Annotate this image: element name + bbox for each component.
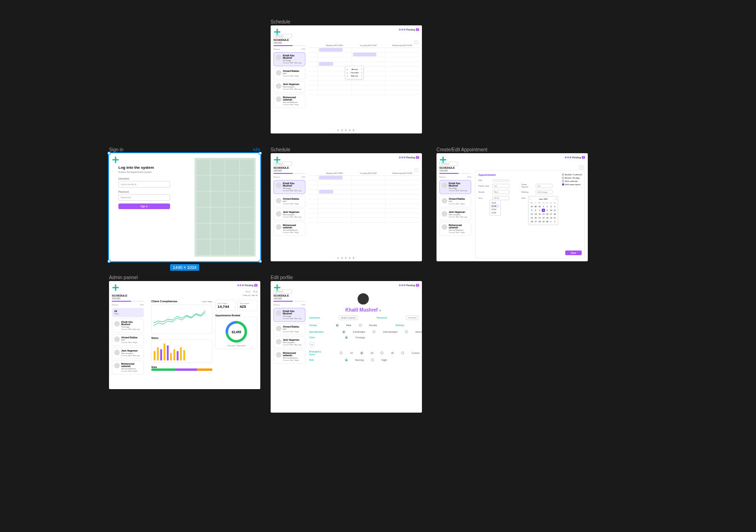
signin-illustration <box>195 158 256 257</box>
doctor-card[interactable]: Jack HagemanNeurosurgeonCurrent Shift: M… <box>112 347 144 359</box>
date-range-badge[interactable]: □ <box>579 165 584 170</box>
add-clinic-button[interactable]: + <box>309 342 315 347</box>
calendar-grid[interactable]: Monday 04/17/2006Tuesday 04/17/2007Wedne… <box>308 44 419 125</box>
pending-badge[interactable]: Pending0 <box>399 28 419 31</box>
pending-badge[interactable]: Pending0 <box>399 284 419 287</box>
doctor-card[interactable]: Mohammad salamehGeneral MedicineCurrent … <box>112 360 144 375</box>
date-picker[interactable]: ‹June 2023› MoTuWeThFrSaSu29303112345678… <box>528 196 558 225</box>
username-label: Username <box>118 177 170 180</box>
signin-title: Log into the system <box>118 165 170 170</box>
selection-dimensions: 1440 × 1024 <box>170 264 199 271</box>
pending-badge[interactable]: Pending0 <box>399 156 419 159</box>
doctor-card[interactable]: Mohammad salamehGeneral MedicineCurrent … <box>273 222 305 236</box>
password-input[interactable]: Password <box>118 194 170 201</box>
doctor-card[interactable]: Ahmed BaldasENTCurrent Shift: Night <box>439 196 471 207</box>
frame-label: Admin pannel <box>109 275 138 280</box>
signin-subtitle: Access the Appointment system <box>118 171 170 173</box>
schedule-frame-2: Pending0 Q Default SCHEDULE 140/300 Doct… <box>271 153 422 261</box>
schedule-frame-1: Pending0 Q Default SCHEDULE 140/300 Doct… <box>271 25 422 133</box>
signin-frame: Log into the system Access the Appointme… <box>109 153 260 261</box>
phone-input[interactable]: text <box>536 184 553 188</box>
frame-label: Edit porfile <box>271 275 293 280</box>
birthday-input[interactable]: dd/mm/yyyy <box>536 190 553 194</box>
compliance-chart <box>151 305 212 334</box>
spec-radio[interactable] <box>373 330 375 333</box>
create-appointment-frame: Pending0 Q Default SCHEDULE 140/300 Doct… <box>436 153 588 261</box>
calendar-icon-button[interactable] <box>414 40 418 44</box>
schedule-progress <box>273 45 305 46</box>
doctor-card[interactable]: Khalil Abu MushrefOncologyCurrent Shift:… <box>273 180 305 194</box>
time-dropdown[interactable]: 11:12 11:13 11:14 11:15 <box>490 200 501 216</box>
all-filter[interactable]: AllClinic <box>112 308 144 317</box>
doctor-card[interactable]: Khalil Abu MushrefOncologyCurrent Shift:… <box>273 308 305 322</box>
username-input[interactable]: khalil.mushref <box>339 315 358 320</box>
admin-panel-frame: Pending0 SCHEDULE 140/300 Doctors47% All… <box>109 281 260 389</box>
edit-name-icon[interactable]: ✎ <box>379 309 381 312</box>
doctor-card[interactable]: Khalil Abu MushrefOncologyCurrent Shift:… <box>112 319 144 333</box>
shift-radio[interactable] <box>345 359 348 361</box>
edit-profile-frame: Pending0 Q Default SCHEDULE 140/300 Doct… <box>271 281 422 413</box>
doctor-card[interactable]: Khalil Abu MushrefOncologyCurrent Shift:… <box>439 180 471 194</box>
gender-female-radio[interactable] <box>359 324 362 327</box>
doctor-card[interactable]: Jack HagemanNeurosurgeonCurrent Shift: M… <box>273 81 305 93</box>
calendar-grid[interactable]: Monday 04/17/2006Tuesday 04/17/2007Wedne… <box>308 172 419 253</box>
gender-select[interactable]: Male <box>492 190 509 194</box>
clinic-radio[interactable] <box>345 336 348 339</box>
doctor-card[interactable]: Ahmed BaldasENTCurrent Shift: Night <box>273 196 305 207</box>
spec-radio[interactable] <box>343 330 345 333</box>
stats-range <box>151 368 212 371</box>
status-legend: Booked / Confirmed Arrived / Pending Shi… <box>562 173 582 187</box>
doctor-card-selected[interactable]: Khalil Abu MushrefOncologyCurrent Shift:… <box>273 52 305 66</box>
frame-label: Sign in <box>109 147 124 152</box>
doctor-card[interactable]: Jack HagemanNeurosurgeonCurrent Shift: M… <box>439 209 471 220</box>
calendar-icon-button[interactable] <box>414 168 418 172</box>
sidebar: SCHEDULE 140/300 Doctors47% Khalil Abu M… <box>273 39 305 110</box>
doctor-card[interactable]: Ahmed BaldasENTCurrent Shift: Night <box>273 323 305 335</box>
doctor-card[interactable]: Jack HagemanNeurosurgeonCurrent Shift: M… <box>273 209 305 220</box>
event-popover[interactable]: ○Arrived› ○Canceled› ○Edit info› <box>345 66 364 79</box>
search-input[interactable]: Q Default <box>273 289 292 294</box>
pagination[interactable]: 1 2 3 4 5 <box>337 129 355 132</box>
pending-badge[interactable]: Pending0 <box>565 156 585 159</box>
password-input[interactable]: •••••••••• <box>406 315 419 320</box>
frame-label: Schedule <box>271 19 290 24</box>
schedule-count: 140/300 <box>273 41 305 44</box>
doctor-card[interactable]: Jack HagemanNeurosurgeonCurrent Shift: M… <box>273 336 305 348</box>
profile-avatar <box>358 293 369 305</box>
search-input[interactable]: Q Default <box>273 34 292 38</box>
patient-name-input[interactable]: text <box>492 184 509 188</box>
eh-radio[interactable] <box>340 352 343 354</box>
app-logo <box>112 156 119 164</box>
eh-radio[interactable] <box>381 352 383 354</box>
doctor-card[interactable]: Mohammad salamehGeneral MedicineCurrent … <box>439 222 471 236</box>
username-input[interactable]: name.surname <box>118 181 170 188</box>
frame-label: Create/Edit Appointment <box>436 147 487 152</box>
with-input[interactable] <box>492 180 509 181</box>
eh-radio[interactable] <box>360 352 363 354</box>
profile-name: Khalil Mushref✎ <box>309 307 417 313</box>
pagination[interactable]: 1 2 3 4 5 <box>337 257 355 259</box>
doctor-card[interactable]: Mohammad salamehGeneral MedicineCurrent … <box>273 350 305 364</box>
status-bar-chart <box>151 339 212 363</box>
svg-text:32,455: 32,455 <box>232 330 242 334</box>
appointments-donut: 32,455 4 Booked / 4 Available <box>215 317 257 349</box>
stat-last7: 14,744 <box>218 305 233 309</box>
doctor-card[interactable]: Mohammad salamehGeneral MedicineCurrent … <box>273 94 305 108</box>
app-logo <box>112 284 119 291</box>
signin-button[interactable]: Sign in <box>118 203 170 209</box>
search-input[interactable]: Q Default <box>273 162 292 166</box>
doctor-card[interactable]: Ahmed BaldasENTCurrent Shift: Night <box>112 334 144 346</box>
doctor-card[interactable]: Ahmed BaldasENTCurrent Shift: Night <box>273 68 305 79</box>
stat-month: 423 <box>240 305 255 309</box>
appointment-form: Appointment With Patient nametextPhone N… <box>475 170 585 258</box>
gender-male-radio[interactable] <box>336 324 339 327</box>
frame-label: Schedule <box>271 147 290 152</box>
pending-badge[interactable]: Pending0 <box>237 284 257 287</box>
eh-radio[interactable] <box>401 352 404 354</box>
password-label: Password <box>118 190 170 193</box>
spec-radio[interactable] <box>405 330 408 333</box>
search-input[interactable]: Q Default <box>439 162 458 166</box>
save-button[interactable]: Save <box>565 250 582 255</box>
shift-radio[interactable] <box>371 359 374 361</box>
